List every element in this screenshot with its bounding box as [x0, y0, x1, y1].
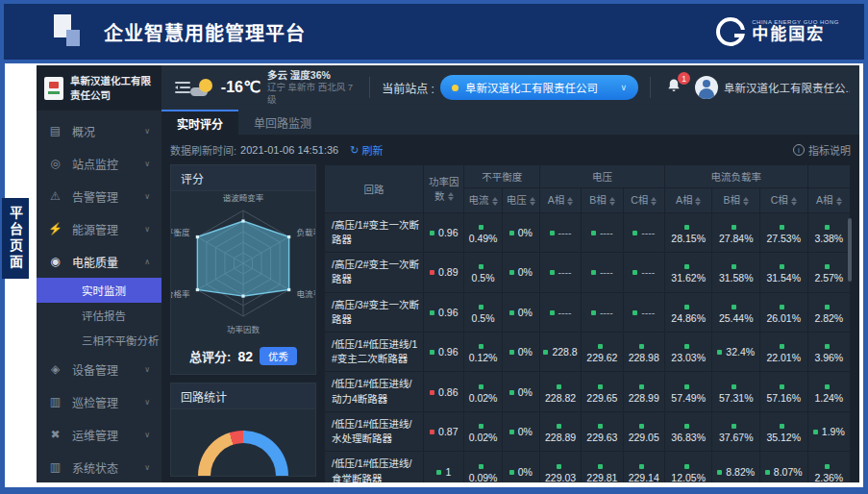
- table-row[interactable]: /低压/1#低压进线/水处理断路器0.870.02%0%228.89229.63…: [325, 411, 851, 451]
- sort-icon[interactable]: [609, 194, 615, 209]
- power-quality-icon: ◉: [48, 255, 62, 268]
- sidebar-item-energy[interactable]: ⚡能源管理∨: [37, 212, 161, 245]
- status-dot-icon: [825, 225, 830, 230]
- status-dot-icon: [479, 424, 484, 429]
- circuit-stats-donut-chart: [198, 431, 288, 476]
- sort-icon[interactable]: [530, 194, 535, 209]
- sort-icon[interactable]: [743, 194, 749, 209]
- sidebar-subitem-evaluation-report[interactable]: 评估报告: [37, 303, 161, 328]
- sidebar-item-maintenance[interactable]: ✖运维管理∨: [37, 418, 161, 451]
- sort-icon[interactable]: [492, 194, 498, 209]
- indicator-help-link[interactable]: i指标说明: [793, 142, 851, 158]
- sort-icon[interactable]: [651, 194, 657, 209]
- cell-value: 0%: [502, 333, 539, 372]
- sidebar-item-inspection[interactable]: ▥巡检管理∨: [37, 385, 161, 418]
- cell-value: 0.12%: [464, 333, 502, 372]
- table-scrollbar-thumb[interactable]: [848, 218, 852, 282]
- cell-value: 0%: [502, 253, 539, 292]
- column-subheader: C相: [759, 188, 807, 213]
- circuit-name: /低压/1#低压进线/水处理断路器: [325, 411, 424, 451]
- circuit-stats-panel: 回路统计: [170, 383, 316, 477]
- sidebar-item-station-monitor[interactable]: ◎站点监控∨: [37, 147, 161, 180]
- page-body: 平台页面 阜新汉道化工有限责任公司 ▤概况∨◎站点监控∨⚠告警管理∨⚡能源管理∨…: [5, 63, 863, 487]
- status-dot-icon: [825, 264, 830, 269]
- table-row[interactable]: /低压/1#低压进线/1#变主二次断路器0.960.12%0%228.8229.…: [325, 333, 851, 372]
- table-row[interactable]: /高压/1#变主一次断路器0.960.49%0%------------28.1…: [325, 212, 851, 252]
- sort-icon[interactable]: [448, 189, 454, 204]
- cell-value: 0.96: [424, 292, 464, 332]
- sidebar-item-alarm[interactable]: ⚠告警管理∨: [37, 180, 161, 212]
- weather-condition: 多云 湿度36%: [267, 69, 358, 83]
- station-select-value: 阜新汉道化工有限责任公司: [465, 80, 614, 95]
- sidebar-subitem-realtime-monitor[interactable]: 实时监测: [37, 278, 161, 303]
- cell-value: 3.96%: [807, 333, 850, 372]
- sidebar-subitem-three-phase-analysis[interactable]: 三相不平衡分析: [37, 328, 161, 353]
- status-dot-icon: [684, 344, 689, 349]
- energy-icon: ⚡: [48, 222, 62, 235]
- sidebar-item-device[interactable]: ◈设备管理∨: [37, 353, 161, 385]
- radar-axis-label: 电流平衡: [296, 289, 315, 299]
- cell-value: 8.07%: [759, 452, 807, 482]
- sidebar-item-system-status[interactable]: ▥系统状态∨: [37, 451, 161, 482]
- cell-value: 0.5%: [464, 292, 502, 332]
- table-row[interactable]: /低压/1#低压进线/动力4断路器0.860.02%0%228.82229.65…: [325, 372, 851, 411]
- sidebar-item-power-quality[interactable]: ◉电能质量∧: [37, 245, 161, 278]
- temperature: -16℃: [221, 78, 260, 96]
- info-icon: i: [793, 144, 805, 156]
- user-menu[interactable]: 阜新汉道化工有限责任公...: [695, 76, 850, 99]
- column-subheader: C相: [623, 188, 664, 213]
- inspection-icon: ▥: [48, 395, 62, 408]
- column-header: [807, 165, 850, 188]
- table-row[interactable]: /低压/1#低压进线/食堂断路器10.09%0%229.03229.81229.…: [325, 452, 851, 482]
- sidebar-item-overview[interactable]: ▤概况∨: [37, 114, 161, 147]
- table-row[interactable]: /高压/2#变主一次断路器0.890.5%0%------------31.62…: [325, 253, 851, 292]
- cell-value: 22.01%: [759, 333, 807, 372]
- cell-value: 0.02%: [464, 411, 502, 451]
- chevron-icon: ∨: [144, 431, 150, 439]
- location-dot-icon: [452, 85, 459, 91]
- tab-single-circuit[interactable]: 单回路监测: [238, 110, 327, 135]
- sidebar-collapse-icon[interactable]: [175, 82, 190, 93]
- tab-realtime-score[interactable]: 实时评分: [161, 110, 238, 135]
- cell-value: 31.54%: [759, 253, 807, 292]
- status-dot-icon: [684, 464, 689, 469]
- divider: [369, 77, 370, 98]
- chevron-icon: ∨: [144, 192, 150, 201]
- status-dot-icon: [732, 225, 736, 230]
- chevron-icon: ∨: [144, 365, 150, 374]
- notification-count-badge: 1: [678, 72, 690, 85]
- sort-icon[interactable]: [567, 194, 573, 209]
- column-header: 不平衡度: [464, 165, 539, 188]
- divider: [650, 77, 651, 98]
- column-subheader: 电压: [502, 188, 539, 213]
- score-radar-chart: 谐波畸变率负载率电流平衡功率因数合格率不平衡度: [171, 191, 315, 340]
- cell-value: ----: [623, 212, 664, 252]
- status-dot-icon: [557, 384, 561, 389]
- score-grade-badge[interactable]: 优秀: [260, 347, 297, 365]
- status-dot-icon: [639, 424, 644, 429]
- status-dot-icon: [780, 424, 784, 429]
- status-dot-icon: [632, 310, 637, 315]
- refresh-icon: ↻: [350, 144, 359, 157]
- company-name: 阜新汉道化工有限责任公司: [70, 74, 154, 101]
- refresh-button[interactable]: ↻刷新: [350, 142, 383, 158]
- cell-value: 229.05: [623, 411, 664, 451]
- cell-value: 31.58%: [712, 253, 760, 292]
- station-select-dropdown[interactable]: 阜新汉道化工有限责任公司 ∨: [440, 75, 638, 100]
- sort-icon[interactable]: [836, 194, 842, 209]
- column-subheader: B相: [582, 188, 623, 213]
- status-dot-icon: [639, 344, 644, 349]
- sort-icon[interactable]: [791, 194, 797, 209]
- status-dot-icon: [591, 310, 596, 315]
- page-tag: 平台页面: [2, 198, 29, 279]
- table-row[interactable]: /高压/3#变主一次断路器0.960.5%0%------------24.86…: [325, 292, 851, 332]
- score-panel: 评分 谐波畸变率负载率电流平衡功率因数合格率不平衡度 总评分: 82 优秀: [170, 164, 316, 375]
- cell-value: 23.03%: [664, 333, 712, 372]
- cell-value: 229.03: [539, 452, 581, 482]
- notification-bell[interactable]: 1: [662, 76, 685, 99]
- cell-value: 0.02%: [464, 372, 502, 411]
- sort-icon[interactable]: [695, 194, 701, 209]
- status-dot-icon: [780, 264, 784, 269]
- sidebar-company-header: 阜新汉道化工有限责任公司: [37, 65, 161, 111]
- status-dot-icon: [684, 424, 689, 429]
